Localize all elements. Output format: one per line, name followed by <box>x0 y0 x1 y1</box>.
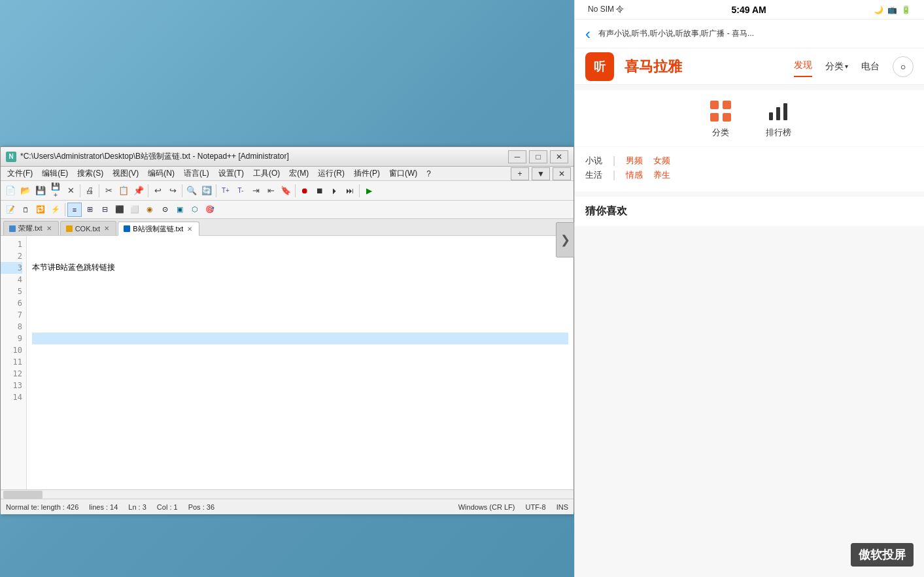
tb-copy[interactable]: 📋 <box>116 184 131 198</box>
menu-search[interactable]: 搜索(S) <box>73 167 107 180</box>
tb2-7[interactable]: ◉ <box>143 203 157 217</box>
close-button[interactable]: ✕ <box>550 150 568 163</box>
app-name: 喜马拉雅 <box>625 57 682 76</box>
tb-new[interactable]: 📄 <box>3 184 18 198</box>
tb-cut[interactable]: ✂ <box>101 184 116 198</box>
novel-tags-section: 小说 | 男频 女频 生活 | 情感 养生 <box>575 147 924 191</box>
menu-help[interactable]: ? <box>422 168 435 180</box>
novel-tag-health[interactable]: 养生 <box>653 169 670 181</box>
tb2-11[interactable]: 🎯 <box>203 203 217 217</box>
tb-zoom-in[interactable]: T+ <box>218 184 233 198</box>
novel-tag-female[interactable]: 女频 <box>653 155 670 167</box>
nav-search-button[interactable]: ○ <box>893 56 914 77</box>
novel-divider-1: | <box>613 155 615 167</box>
tab2-icon <box>66 225 73 232</box>
tb-run[interactable]: ▶ <box>362 184 376 198</box>
menu-encoding[interactable]: 编码(N) <box>144 167 179 180</box>
novel-tag-male[interactable]: 男频 <box>626 155 643 167</box>
tb2-10[interactable]: ⬡ <box>188 203 202 217</box>
tb2-9[interactable]: ▣ <box>173 203 187 217</box>
line-num-1: 1 <box>1 239 22 250</box>
menu-file[interactable]: 文件(F) <box>3 167 37 180</box>
nav-radio[interactable]: 电台 <box>861 56 880 77</box>
minimize-button[interactable]: ─ <box>508 150 526 163</box>
tab3-icon <box>124 225 130 232</box>
novel-tag-emotion[interactable]: 情感 <box>626 169 643 181</box>
category-item-2[interactable]: 排行榜 <box>765 98 791 139</box>
tb-undo[interactable]: ↩ <box>150 184 165 198</box>
tb2-6[interactable]: ⬜ <box>128 203 142 217</box>
tab2-label: COK.txt <box>75 225 101 233</box>
browser-back-button[interactable]: ‹ <box>585 26 590 42</box>
tb-replace[interactable]: 🔄 <box>199 184 214 198</box>
category-item-1[interactable]: 分类 <box>708 98 734 139</box>
nav-category[interactable]: 分类 ▾ <box>825 56 848 77</box>
toolbar-add-btn[interactable]: + <box>511 167 529 180</box>
scrollbar-horizontal[interactable] <box>1 489 573 499</box>
tb-paste[interactable]: 📌 <box>131 184 146 198</box>
tb2-expand[interactable]: ⊞ <box>82 203 97 217</box>
novel-divider-2: | <box>613 169 615 181</box>
menu-edit[interactable]: 编辑(E) <box>38 167 72 180</box>
sep3 <box>148 184 148 197</box>
menu-language[interactable]: 语言(L) <box>180 167 213 180</box>
tab-1[interactable]: 荣耀.txt ✕ <box>3 221 59 235</box>
tb-indent[interactable]: ⇥ <box>248 184 263 198</box>
maximize-button[interactable]: □ <box>529 150 547 163</box>
tab1-close[interactable]: ✕ <box>45 225 53 233</box>
menu-plugins[interactable]: 插件(P) <box>350 167 384 180</box>
tb2-4[interactable]: ⚡ <box>48 203 63 217</box>
editor-area: 1 2 3 4 5 6 7 8 9 10 11 12 13 14 本节讲B站蓝色… <box>1 236 573 489</box>
sep7 <box>359 184 360 197</box>
menu-macro[interactable]: 宏(M) <box>285 167 313 180</box>
editor-line-2 <box>32 297 568 309</box>
tb2-collapse[interactable]: ⊟ <box>97 203 112 217</box>
menu-view[interactable]: 视图(V) <box>109 167 143 180</box>
app-logo: 听 <box>585 52 614 81</box>
status-encoding: UTF-8 <box>525 503 545 511</box>
tb-open[interactable]: 📂 <box>18 184 33 198</box>
tb-redo[interactable]: ↪ <box>165 184 180 198</box>
line-numbers: 1 2 3 4 5 6 7 8 9 10 11 12 13 14 <box>1 236 27 489</box>
svg-rect-4 <box>769 112 773 120</box>
tb-find[interactable]: 🔍 <box>184 184 199 198</box>
nav-discover[interactable]: 发现 <box>794 56 812 77</box>
tb-print[interactable]: 🖨 <box>82 184 97 198</box>
tb-macro-stop[interactable]: ⏹ <box>313 184 327 198</box>
tb2-5[interactable]: ⬛ <box>112 203 127 217</box>
tb-macro-play[interactable]: ⏵ <box>328 184 342 198</box>
editor-line-5 <box>32 403 568 415</box>
tb-macro-play-all[interactable]: ⏭ <box>343 184 357 198</box>
collapse-button[interactable]: ❯ <box>556 222 574 257</box>
tb-unindent[interactable]: ⇤ <box>264 184 278 198</box>
toolbar-1: 📄 📂 💾 💾+ ✕ 🖨 ✂ 📋 📌 ↩ ↪ 🔍 🔄 T+ T- ⇥ ⇤ 🔖 ⏺… <box>1 181 573 201</box>
menu-window[interactable]: 窗口(W) <box>385 167 421 180</box>
status-lines: lines : 14 <box>89 503 118 511</box>
tb-close[interactable]: ✕ <box>63 184 78 198</box>
tb-zoom-out[interactable]: T- <box>233 184 248 198</box>
tb-saveall[interactable]: 💾+ <box>48 184 63 198</box>
line-num-14: 14 <box>1 391 22 403</box>
toolbar-close-btn[interactable]: ✕ <box>553 167 571 180</box>
tb-bookmark[interactable]: 🔖 <box>279 184 293 198</box>
toolbar-menu-btn[interactable]: ▼ <box>532 167 550 180</box>
tab3-close[interactable]: ✕ <box>186 225 194 233</box>
tab-2[interactable]: COK.txt ✕ <box>60 221 117 235</box>
tab-3-active[interactable]: B站强制蓝链.txt ✕ <box>118 222 199 236</box>
category-icon-2 <box>765 98 791 124</box>
tb-macro-rec[interactable]: ⏺ <box>298 184 312 198</box>
status-col: Col : 1 <box>157 503 178 511</box>
tb2-3[interactable]: 🔁 <box>33 203 48 217</box>
menu-run[interactable]: 运行(R) <box>314 167 349 180</box>
watermark: 傲软投屏 <box>851 543 914 567</box>
menu-settings[interactable]: 设置(T) <box>214 167 248 180</box>
tb2-wrap[interactable]: ≡ <box>67 203 82 217</box>
tb2-2[interactable]: 🗒 <box>18 203 33 217</box>
editor-content[interactable]: 本节讲B站蓝色跳转链接 联系QQ 174849368 往期视频地址： B站手动提… <box>27 236 573 489</box>
tb-save[interactable]: 💾 <box>33 184 48 198</box>
tabs-bar: 荣耀.txt ✕ COK.txt ✕ B站强制蓝链.txt ✕ <box>1 219 573 236</box>
tab2-close[interactable]: ✕ <box>103 225 111 233</box>
tb2-8[interactable]: ⊙ <box>158 203 172 217</box>
tb2-1[interactable]: 📝 <box>3 203 18 217</box>
menu-tools[interactable]: 工具(O) <box>249 167 284 180</box>
